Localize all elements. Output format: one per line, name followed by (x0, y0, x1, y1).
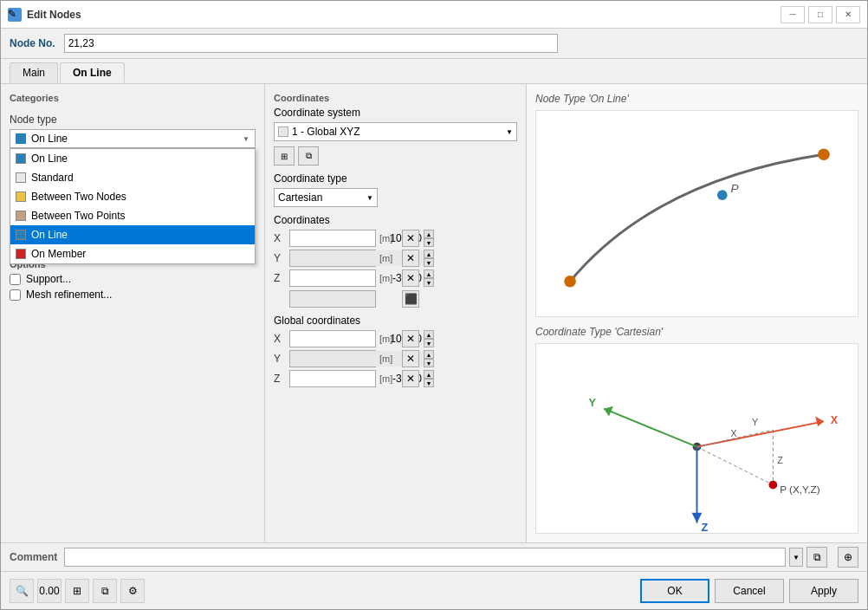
node-type-dropdown[interactable]: On Line ▼ On Line Standard (10, 129, 256, 148)
apply-button[interactable]: Apply (789, 579, 858, 603)
y-input-wrap: ▲ ▼ (289, 250, 376, 267)
dropdown-item-standard[interactable]: Standard (10, 168, 255, 187)
gy-step-down[interactable]: ▼ (424, 359, 434, 367)
close-button[interactable]: ✕ (836, 6, 860, 23)
tab-on-line[interactable]: On Line (60, 62, 125, 83)
x-clear-btn[interactable]: ✕ (402, 230, 419, 247)
coordinates-sublabel: Coordinates (274, 214, 517, 226)
gz-step-up[interactable]: ▲ (424, 370, 434, 379)
gx-input-wrap: ▲ ▼ (289, 330, 376, 347)
node-type-diagram-section: Node Type 'On Line' P (535, 93, 858, 317)
mesh-refinement-checkbox-row: Mesh refinement... (10, 289, 256, 301)
bottom-tools: 🔍 0.00 ⊞ ⧉ ⚙ (10, 579, 145, 603)
dropdown-item-between-two-nodes[interactable]: Between Two Nodes (10, 187, 255, 206)
dropdown-selected-label: On Line (31, 133, 68, 145)
cancel-button[interactable]: Cancel (715, 579, 784, 603)
x-unit: [m] (379, 233, 398, 243)
y-step-down[interactable]: ▼ (424, 258, 434, 267)
z-clear-btn[interactable]: ✕ (402, 269, 419, 287)
gx-clear-btn[interactable]: ✕ (402, 330, 419, 347)
categories-label: Categories (10, 93, 256, 103)
minimize-button[interactable]: ─ (781, 6, 805, 23)
gz-input-wrap: ▲ ▼ (289, 370, 376, 387)
dropdown-list: On Line Standard Between Two Nodes (10, 148, 256, 264)
ok-button[interactable]: OK (640, 579, 709, 603)
p-node (717, 190, 728, 200)
left-panel: Categories Node type On Line ▼ (1, 84, 265, 542)
x-step-down[interactable]: ▼ (424, 238, 434, 247)
coord-system-label: Coordinate system (274, 107, 517, 119)
coord-type-value: Cartesian (278, 191, 322, 204)
x-step-up[interactable]: ▲ (424, 230, 434, 238)
title-bar-controls: ─ □ ✕ (781, 6, 860, 23)
decimal-tool-btn[interactable]: 0.00 (37, 579, 62, 603)
z-unit: [m] (379, 273, 398, 283)
extra-btn[interactable]: ⬛ (402, 290, 419, 308)
extra-row: ⬛ (274, 290, 517, 308)
coord-z-row: Z ▲ ▼ [m] ✕ (274, 269, 517, 287)
dotted-y-label: Y (752, 417, 758, 427)
dropdown-item-online[interactable]: On Line (10, 149, 255, 168)
coord-type-select[interactable]: Cartesian ▼ (274, 188, 378, 207)
coord-system-buttons: ⊞ ⧉ (274, 146, 517, 165)
filter-tool-btn[interactable]: ⧉ (93, 579, 117, 603)
comment-dropdown-arrow[interactable]: ▼ (789, 548, 803, 567)
dropdown-trigger[interactable]: On Line ▼ (10, 129, 256, 148)
coordinates-section: Coordinates Coordinate system 1 - Global… (274, 93, 517, 390)
comment-right-icon[interactable]: ⊕ (838, 547, 858, 568)
y-step-up[interactable]: ▲ (424, 250, 434, 258)
coord-type-diagram-title: Coordinate Type 'Cartesian' (535, 326, 858, 338)
main-window: ✎ Edit Nodes ─ □ ✕ Node No. Main On Line… (0, 0, 868, 610)
chevron-down-icon: ▼ (243, 135, 249, 143)
gz-clear-btn[interactable]: ✕ (402, 370, 419, 387)
global-x-row: X ▲ ▼ [m] ✕ (274, 330, 517, 347)
maximize-button[interactable]: □ (808, 6, 832, 23)
support-checkbox[interactable] (10, 274, 21, 285)
gz-step-down[interactable]: ▼ (424, 379, 434, 387)
gx-axis-label: X (274, 333, 286, 345)
comment-label: Comment (10, 551, 57, 563)
coord-y-row: Y ▲ ▼ [m] ✕ (274, 250, 517, 267)
global-z-row: Z ▲ ▼ [m] ✕ (274, 370, 517, 387)
y-clear-btn[interactable]: ✕ (402, 250, 419, 267)
gx-stepper: ▲ ▼ (424, 330, 434, 347)
comment-copy-icon[interactable]: ⧉ (806, 547, 827, 568)
coordinates-label: Coordinates (274, 93, 517, 103)
coord-x-row: X ▲ ▼ [m] ✕ (274, 230, 517, 247)
z-step-up[interactable]: ▲ (424, 269, 434, 278)
x-axis-label-text: X (831, 415, 839, 427)
coord-system-value: 1 - Global XYZ (292, 126, 360, 138)
dropdown-item-between-two-points[interactable]: Between Two Points (10, 206, 255, 225)
gz-axis-label: Z (274, 373, 286, 385)
mesh-refinement-checkbox[interactable] (10, 289, 21, 301)
settings-tool-btn[interactable]: ⚙ (120, 579, 145, 603)
coord-system-select[interactable]: 1 - Global XYZ ▼ (274, 122, 517, 141)
bottom-bar: 🔍 0.00 ⊞ ⧉ ⚙ OK Cancel Apply (1, 571, 867, 609)
z-step-down[interactable]: ▼ (424, 278, 434, 287)
gx-step-down[interactable]: ▼ (424, 339, 434, 347)
gy-unit: [m] (379, 354, 398, 364)
grid-tool-btn[interactable]: ⊞ (65, 579, 89, 603)
window-title: Edit Nodes (27, 9, 81, 21)
dropdown-item-on-line[interactable]: On Line (10, 225, 255, 244)
item-color-on-member (16, 249, 26, 259)
node-no-input[interactable] (64, 34, 558, 53)
gy-input-wrap: ▲ ▼ (289, 350, 376, 367)
z-axis-label-text: Z (701, 522, 708, 533)
gz-stepper: ▲ ▼ (424, 370, 434, 387)
mesh-refinement-label: Mesh refinement... (26, 289, 112, 301)
gx-step-up[interactable]: ▲ (424, 330, 434, 339)
x-axis-arrow (815, 417, 824, 427)
search-tool-btn[interactable]: 🔍 (10, 579, 34, 603)
table-icon-btn[interactable]: ⊞ (274, 146, 295, 165)
gy-step-up[interactable]: ▲ (424, 350, 434, 359)
end-node (818, 148, 830, 160)
dotted-z-label: Z (777, 455, 783, 465)
gy-clear-btn[interactable]: ✕ (402, 350, 419, 367)
copy-icon-btn[interactable]: ⧉ (298, 146, 319, 165)
comment-input[interactable] (64, 548, 786, 567)
title-bar-left: ✎ Edit Nodes (8, 8, 81, 22)
coord-type-label: Coordinate type (274, 172, 517, 185)
dropdown-item-on-member[interactable]: On Member (10, 244, 255, 263)
tab-main[interactable]: Main (10, 62, 58, 83)
